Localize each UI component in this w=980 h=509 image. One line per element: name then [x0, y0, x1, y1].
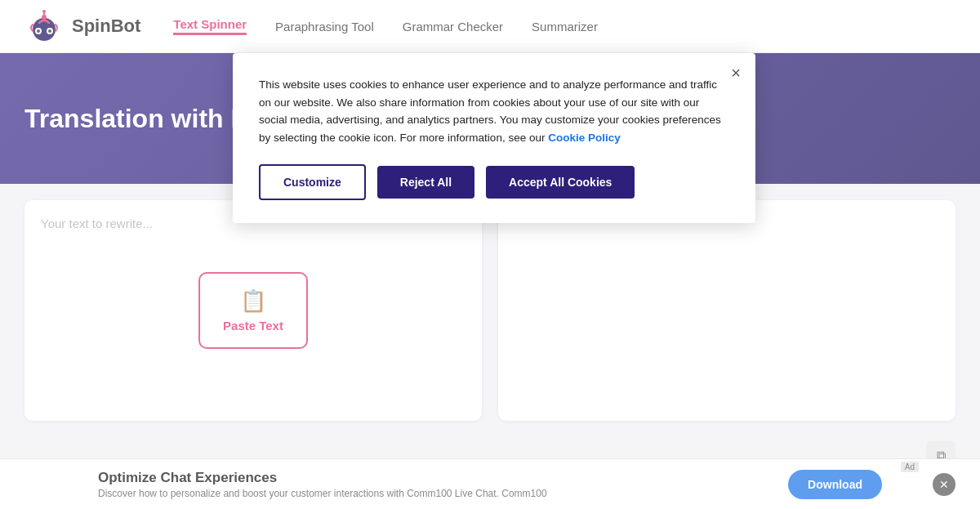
- customize-button[interactable]: Customize: [259, 164, 366, 200]
- cookie-buttons: Customize Reject All Accept All Cookies: [259, 164, 729, 200]
- cookie-text: This website uses cookies to enhance use…: [259, 76, 729, 146]
- cookie-text-main: This website uses cookies to enhance use…: [259, 78, 721, 144]
- cookie-close-button[interactable]: ×: [731, 65, 741, 81]
- accept-all-button[interactable]: Accept All Cookies: [486, 166, 635, 199]
- cookie-dialog: × This website uses cookies to enhance u…: [233, 53, 755, 223]
- reject-all-button[interactable]: Reject All: [377, 166, 474, 199]
- cookie-policy-link[interactable]: Cookie Policy: [548, 132, 621, 144]
